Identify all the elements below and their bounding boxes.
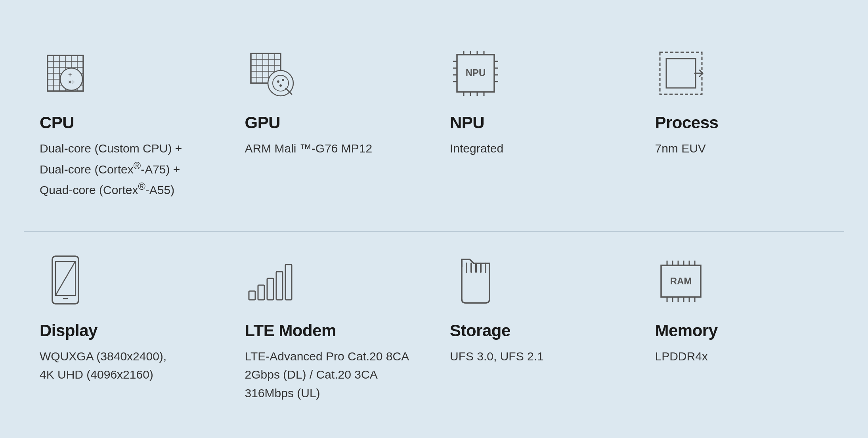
process-desc: 7nm EUV bbox=[655, 139, 829, 158]
gpu-desc: ARM Mali ™-G76 MP12 bbox=[245, 139, 419, 158]
lte-item: LTE Modem LTE-Advanced Pro Cat.20 8CA2Gb… bbox=[229, 248, 434, 411]
svg-point-27 bbox=[282, 79, 284, 81]
display-item: Display WQUXGA (3840x2400),4K UHD (4096x… bbox=[24, 248, 229, 411]
svg-rect-54 bbox=[249, 291, 255, 300]
page-container: + ×÷ CPU Dual-core (Custom CPU) +Dual-co… bbox=[0, 0, 868, 438]
cpu-desc: Dual-core (Custom CPU) +Dual-core (Corte… bbox=[40, 139, 213, 200]
display-title: Display bbox=[40, 321, 213, 340]
process-icon bbox=[655, 48, 707, 99]
svg-rect-48 bbox=[666, 59, 696, 88]
cpu-title: CPU bbox=[40, 113, 213, 132]
gpu-item: GPU ARM Mali ™-G76 MP12 bbox=[229, 40, 434, 208]
svg-rect-57 bbox=[276, 272, 283, 300]
lte-desc: LTE-Advanced Pro Cat.20 8CA2Gbps (DL) / … bbox=[245, 347, 419, 403]
storage-desc: UFS 3.0, UFS 2.1 bbox=[450, 347, 623, 366]
svg-line-52 bbox=[55, 261, 75, 295]
cpu-item: + ×÷ CPU Dual-core (Custom CPU) +Dual-co… bbox=[24, 40, 229, 208]
storage-item: Storage UFS 3.0, UFS 2.1 bbox=[434, 248, 639, 411]
memory-icon: RAM bbox=[655, 255, 707, 307]
npu-desc: Integrated bbox=[450, 139, 623, 158]
processor-section: + ×÷ CPU Dual-core (Custom CPU) +Dual-co… bbox=[24, 24, 844, 231]
svg-rect-58 bbox=[285, 265, 292, 300]
svg-rect-56 bbox=[267, 278, 273, 300]
memory-title: Memory bbox=[655, 321, 829, 340]
display-desc: WQUXGA (3840x2400),4K UHD (4096x2160) bbox=[40, 347, 213, 384]
svg-text:×÷: ×÷ bbox=[68, 79, 75, 85]
gpu-icon bbox=[245, 48, 296, 99]
svg-point-26 bbox=[277, 80, 279, 83]
process-title: Process bbox=[655, 113, 829, 132]
npu-title: NPU bbox=[450, 113, 623, 132]
process-item: Process 7nm EUV bbox=[639, 40, 845, 208]
lte-title: LTE Modem bbox=[245, 321, 419, 340]
npu-item: NPU NPU Integrated bbox=[434, 40, 639, 208]
storage-title: Storage bbox=[450, 321, 623, 340]
memory-item: RAM Memory LPDDR4x bbox=[639, 248, 845, 411]
svg-rect-55 bbox=[258, 285, 264, 300]
memory-desc: LPDDR4x bbox=[655, 347, 829, 366]
npu-icon: NPU bbox=[450, 48, 501, 99]
svg-text:NPU: NPU bbox=[466, 67, 486, 78]
hardware-section: Display WQUXGA (3840x2400),4K UHD (4096x… bbox=[24, 232, 844, 434]
display-icon bbox=[40, 255, 91, 307]
lte-icon bbox=[245, 255, 296, 307]
gpu-title: GPU bbox=[245, 113, 419, 132]
storage-icon bbox=[450, 255, 501, 307]
svg-text:+: + bbox=[68, 71, 72, 78]
cpu-icon: + ×÷ bbox=[40, 48, 91, 99]
svg-text:RAM: RAM bbox=[670, 276, 692, 286]
svg-point-28 bbox=[279, 84, 282, 87]
